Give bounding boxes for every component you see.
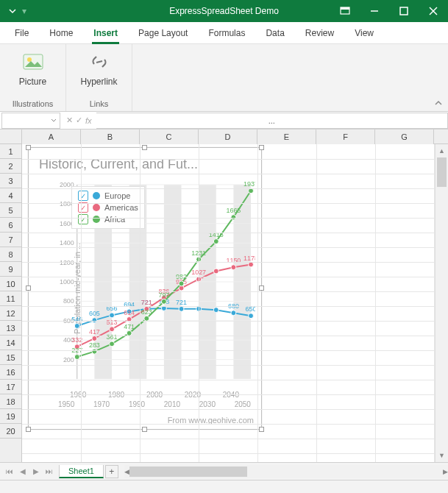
minimize-button[interactable] <box>360 0 389 22</box>
scroll-right-button[interactable]: ▶ <box>443 465 448 478</box>
row-header-12[interactable]: 12 <box>0 306 21 321</box>
legend-marker-europe <box>93 192 100 199</box>
formula-input[interactable]: ... <box>96 113 448 129</box>
scroll-left-button[interactable]: ◀ <box>124 465 129 478</box>
sheet-nav-prev[interactable]: ◀ <box>16 467 29 475</box>
tab-view[interactable]: View <box>344 22 384 44</box>
row-header-14[interactable]: 14 <box>0 336 21 350</box>
resize-handle-n[interactable] <box>142 145 147 150</box>
tab-formulas[interactable]: Formulas <box>198 22 255 44</box>
column-header-A[interactable]: A <box>22 130 81 144</box>
scroll-down-button[interactable]: ▼ <box>435 449 448 462</box>
column-header-B[interactable]: B <box>81 130 140 144</box>
resize-handle-w[interactable] <box>26 285 31 291</box>
select-all-corner[interactable] <box>0 130 22 143</box>
svg-point-84 <box>213 239 218 244</box>
row-header-5[interactable]: 5 <box>0 203 21 218</box>
legend-marker-americas <box>93 204 100 211</box>
close-button[interactable] <box>419 0 448 22</box>
qat-dropdown-icon[interactable] <box>9 7 16 15</box>
svg-point-64 <box>231 265 236 270</box>
svg-text:694: 694 <box>124 301 135 308</box>
legend-check-europe[interactable]: ✓ <box>78 191 88 201</box>
column-header-C[interactable]: C <box>140 130 199 144</box>
svg-text:513: 513 <box>107 319 118 326</box>
scroll-thumb-h[interactable] <box>129 467 247 477</box>
vertical-scrollbar[interactable]: ▲ ▼ <box>435 144 448 462</box>
row-header-2[interactable]: 2 <box>0 159 21 174</box>
column-header-G[interactable]: G <box>375 130 434 144</box>
svg-text:614: 614 <box>124 309 135 316</box>
row-header-20[interactable]: 20 <box>0 424 21 439</box>
tab-file[interactable]: File <box>4 22 39 44</box>
row-header-8[interactable]: 8 <box>0 247 21 262</box>
resize-handle-s[interactable] <box>142 427 147 432</box>
row-header-17[interactable]: 17 <box>0 380 21 394</box>
xtick: 2030 <box>199 400 216 408</box>
ribbon-display-options[interactable] <box>330 0 360 22</box>
row-header-3[interactable]: 3 <box>0 174 21 188</box>
svg-point-35 <box>74 323 79 328</box>
svg-text:417: 417 <box>89 328 100 336</box>
row-header-13[interactable]: 13 <box>0 321 21 336</box>
row-header-10[interactable]: 10 <box>0 277 21 291</box>
row-header-6[interactable]: 6 <box>0 218 21 233</box>
legend-check-africa[interactable]: ✓ <box>78 214 88 224</box>
row-header-7[interactable]: 7 <box>0 233 21 247</box>
row-header-1[interactable]: 1 <box>0 144 21 159</box>
sheet-nav-first[interactable]: ⏮ <box>3 467 16 475</box>
tab-review[interactable]: Review <box>295 22 344 44</box>
embedded-chart[interactable]: Historic, Current, and Fut... Population… <box>28 147 262 430</box>
cancel-formula-button[interactable]: ✕ <box>66 116 73 125</box>
svg-text:721: 721 <box>176 299 187 306</box>
svg-text:721: 721 <box>141 299 152 306</box>
name-box[interactable] <box>1 113 60 129</box>
legend-marker-africa <box>93 216 100 223</box>
sheet-tab-1[interactable]: Sheet1 <box>59 465 104 478</box>
insert-hyperlink-button[interactable]: Hyperlink <box>74 47 125 87</box>
resize-handle-se[interactable] <box>259 427 264 432</box>
row-header-4[interactable]: 4 <box>0 188 21 203</box>
maximize-button[interactable] <box>389 0 419 22</box>
picture-icon <box>21 50 45 74</box>
resize-handle-e[interactable] <box>259 285 264 291</box>
svg-point-43 <box>213 308 218 313</box>
row-header-18[interactable]: 18 <box>0 394 21 409</box>
sheet-nav-next[interactable]: ▶ <box>29 467 43 475</box>
tab-data[interactable]: Data <box>255 22 294 44</box>
row-header-16[interactable]: 16 <box>0 365 21 380</box>
column-header-D[interactable]: D <box>199 130 257 144</box>
scroll-up-button[interactable]: ▲ <box>435 144 448 157</box>
sheet-nav-last[interactable]: ⏭ <box>43 467 56 475</box>
row-header-15[interactable]: 15 <box>0 350 21 365</box>
horizontal-scrollbar[interactable]: ◀ ▶ <box>124 465 448 478</box>
chart-legend: ✓Europe ✓Americas ✓Africa <box>71 186 145 229</box>
add-sheet-button[interactable]: + <box>105 465 118 478</box>
svg-text:1665: 1665 <box>226 207 241 214</box>
collapse-ribbon-button[interactable] <box>432 96 445 110</box>
svg-text:1000: 1000 <box>60 278 74 285</box>
insert-picture-button[interactable]: Picture <box>7 47 59 87</box>
svg-point-63 <box>213 269 218 274</box>
column-header-E[interactable]: E <box>257 130 316 144</box>
resize-handle-nw[interactable] <box>26 145 31 150</box>
accept-formula-button[interactable]: ✓ <box>76 116 82 125</box>
legend-check-americas[interactable]: ✓ <box>78 202 88 213</box>
xtick: 2050 <box>235 400 251 408</box>
tab-insert[interactable]: Insert <box>83 22 128 44</box>
resize-handle-ne[interactable] <box>259 145 264 150</box>
fx-label: fx <box>85 116 92 125</box>
row-header-11[interactable]: 11 <box>0 291 21 306</box>
xtick: 2010 <box>164 400 180 408</box>
xtick: 1970 <box>93 400 110 408</box>
scroll-thumb-v[interactable] <box>437 157 447 187</box>
svg-point-41 <box>179 306 184 311</box>
svg-text:1150: 1150 <box>226 257 241 264</box>
tab-home[interactable]: Home <box>39 22 83 44</box>
column-header-F[interactable]: F <box>316 130 375 144</box>
row-header-9[interactable]: 9 <box>0 262 21 277</box>
tab-page-layout[interactable]: Page Layout <box>128 22 198 44</box>
picture-label: Picture <box>19 77 46 87</box>
row-header-19[interactable]: 19 <box>0 409 21 424</box>
resize-handle-sw[interactable] <box>26 427 31 432</box>
